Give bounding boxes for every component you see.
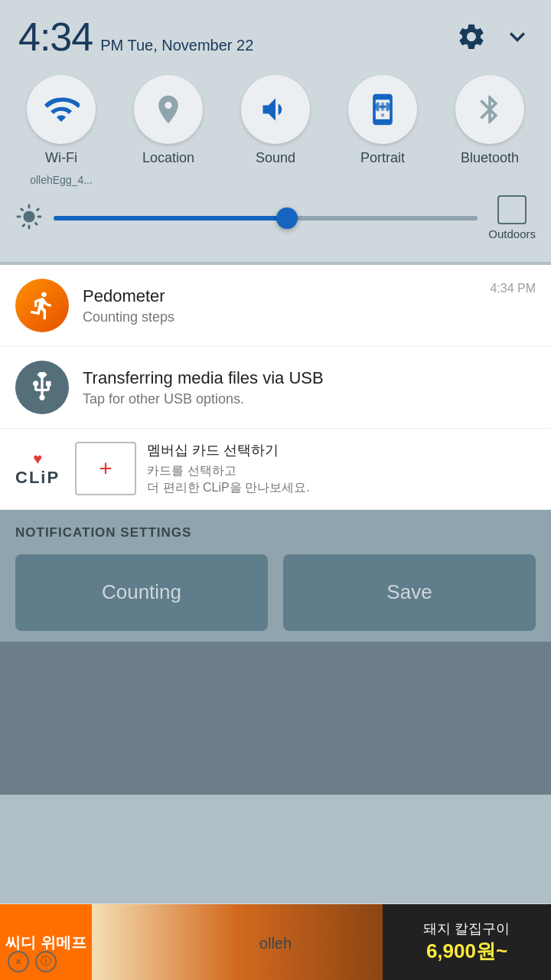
chevron-down-icon[interactable] xyxy=(502,21,533,52)
toggle-bluetooth[interactable]: Bluetooth xyxy=(455,75,524,186)
brightness-slider[interactable] xyxy=(54,216,478,220)
portrait-label: Portrait xyxy=(360,150,405,166)
clip-logo: ♥ CLiP xyxy=(15,450,60,488)
clip-heart-icon: ♥ xyxy=(33,450,42,468)
outdoors-button[interactable]: Outdoors xyxy=(488,195,536,240)
notification-settings-title: NOTIFICATION SETTINGS xyxy=(15,525,536,541)
usb-title: Transferring media files via USB xyxy=(83,368,536,388)
wifi-circle xyxy=(27,75,96,144)
notifications-list: Pedometer Counting steps 4:34 PM Transfe… xyxy=(0,265,551,510)
ad-logo-text: 씨디 위메프 xyxy=(5,933,86,952)
toggle-portrait[interactable]: Portrait xyxy=(348,75,417,186)
portrait-circle xyxy=(348,75,417,144)
wifi-ssid: ollehEgg_4... xyxy=(30,174,93,186)
bluetooth-circle xyxy=(455,75,524,144)
usb-content: Transferring media files via USB Tap for… xyxy=(83,368,536,407)
pedometer-time: 4:34 PM xyxy=(490,282,536,296)
clip-desc-sub: 카드를 선택하고 더 편리한 CLiP을 만나보세요. xyxy=(147,462,536,497)
pedometer-content: Pedometer Counting steps xyxy=(83,286,490,325)
ad-controls: × ⓘ xyxy=(8,951,57,972)
notif-pedometer[interactable]: Pedometer Counting steps 4:34 PM xyxy=(0,265,551,347)
wifi-label: Wi-Fi xyxy=(45,150,77,166)
dimmed-background xyxy=(0,642,551,795)
status-icons xyxy=(456,21,533,52)
ampm-date: PM Tue, November 22 xyxy=(100,37,253,54)
quick-toggles: Wi-Fi ollehEgg_4... Location Sound xyxy=(0,75,551,186)
pedometer-subtitle: Counting steps xyxy=(83,309,490,325)
toggle-wifi[interactable]: Wi-Fi ollehEgg_4... xyxy=(27,75,96,186)
brightness-icon xyxy=(15,203,43,234)
ad-price-area: 돼지 칼집구이 6,900원~ xyxy=(383,904,551,980)
brightness-thumb xyxy=(276,207,298,229)
sound-circle xyxy=(241,75,310,144)
ad-price-value: 6,900원~ xyxy=(426,938,507,965)
notif-usb[interactable]: Transferring media files via USB Tap for… xyxy=(0,347,551,429)
ad-food-image xyxy=(92,904,383,980)
usb-subtitle: Tap for other USB options. xyxy=(83,391,536,407)
ad-close-button[interactable]: × xyxy=(8,951,29,972)
sound-label: Sound xyxy=(256,150,295,166)
toggle-sound[interactable]: Sound xyxy=(241,75,310,186)
location-label: Location xyxy=(142,150,194,166)
brightness-fill xyxy=(54,216,287,220)
status-bar: 4:34 PM Tue, November 22 xyxy=(0,0,551,67)
outdoors-label: Outdoors xyxy=(488,227,536,240)
quick-settings: Wi-Fi ollehEgg_4... Location Sound xyxy=(0,67,551,262)
ad-price-title: 돼지 칼집구이 xyxy=(423,920,510,938)
clock: 4:34 xyxy=(18,14,93,60)
pedometer-title: Pedometer xyxy=(83,286,490,306)
location-circle xyxy=(134,75,203,144)
ad-banner: 씨디 위메프 돼지 칼집구이 6,900원~ × ⓘ olleh xyxy=(0,903,551,980)
ad-info-button[interactable]: ⓘ xyxy=(35,951,57,972)
counting-button[interactable]: Counting xyxy=(15,554,268,631)
save-button[interactable]: Save xyxy=(283,554,536,631)
clip-brand-text: CLiP xyxy=(15,468,60,488)
outdoors-box xyxy=(497,195,527,224)
brightness-row: Outdoors xyxy=(0,186,551,250)
usb-icon xyxy=(15,361,69,414)
time-section: 4:34 PM Tue, November 22 xyxy=(18,14,253,60)
settings-icon[interactable] xyxy=(456,21,487,52)
clip-desc-title: 멤버십 카드 선택하기 xyxy=(147,441,536,459)
notification-settings: NOTIFICATION SETTINGS Counting Save xyxy=(0,510,551,642)
pedometer-icon xyxy=(15,279,69,332)
notif-clip[interactable]: ♥ CLiP + 멤버십 카드 선택하기 카드를 선택하고 더 편리한 CLiP… xyxy=(0,429,551,510)
bluetooth-label: Bluetooth xyxy=(461,150,519,166)
toggle-location[interactable]: Location xyxy=(134,75,203,186)
notification-settings-buttons: Counting Save xyxy=(15,554,536,631)
clip-plus-button[interactable]: + xyxy=(75,442,136,495)
clip-description: 멤버십 카드 선택하기 카드를 선택하고 더 편리한 CLiP을 만나보세요. xyxy=(147,441,536,497)
